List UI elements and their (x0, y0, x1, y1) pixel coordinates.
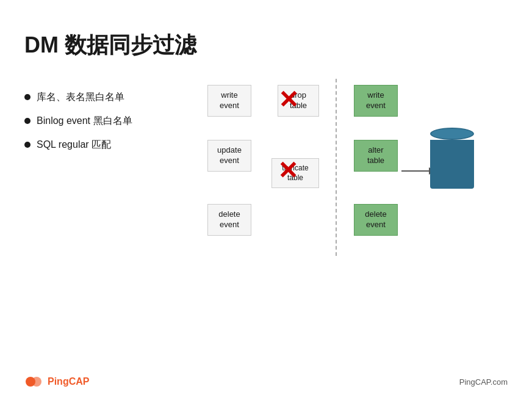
content-area: 库名、表名黑白名单 Binlog event 黑白名单 SQL regular … (24, 79, 508, 375)
bullet-text-2: Binlog event 黑白名单 (37, 115, 132, 128)
footer-url: PingCAP.com (459, 377, 508, 387)
right-panel: writeevent updateevent deleteevent dropt… (207, 79, 508, 375)
bullet-text-3: SQL regular 匹配 (37, 139, 111, 151)
slide: DM 数据同步过滤 库名、表名黑白名单 Binlog event 黑白名单 SQ… (0, 0, 532, 400)
red-x-truncate: ✕ (278, 158, 298, 183)
tidb-cylinder: TiDB (430, 128, 474, 211)
tidb-label: TiDB (430, 201, 474, 211)
bullet-list: 库名、表名黑白名单 Binlog event 黑白名单 SQL regular … (24, 91, 207, 151)
write-event-left-box: writeevent (207, 85, 251, 117)
delete-event-right-box: deleteevent (354, 204, 398, 236)
bullet-dot-3 (24, 142, 31, 148)
left-panel: 库名、表名黑白名单 Binlog event 黑白名单 SQL regular … (24, 79, 207, 375)
slide-title: DM 数据同步过滤 (24, 31, 508, 60)
delete-event-left-box: deleteevent (207, 204, 251, 236)
diagram: writeevent updateevent deleteevent dropt… (207, 79, 508, 375)
bullet-dot-2 (24, 118, 31, 124)
arrow-line (401, 170, 429, 172)
pingcap-logo-icon (24, 373, 43, 391)
logo-area: PingCAP (24, 373, 89, 391)
svg-point-1 (32, 377, 41, 387)
cylinder-top (430, 128, 474, 140)
update-event-box: updateevent (207, 140, 251, 172)
bullet-item-1: 库名、表名黑白名单 (24, 91, 207, 104)
write-event-right-box: writeevent (354, 85, 398, 117)
bullet-item-2: Binlog event 黑白名单 (24, 115, 207, 128)
bullet-text-1: 库名、表名黑白名单 (37, 91, 124, 104)
bullet-item-3: SQL regular 匹配 (24, 139, 207, 151)
footer: PingCAP PingCAP.com (24, 373, 508, 391)
cylinder-body (430, 140, 474, 189)
dashed-divider (336, 79, 337, 256)
red-x-drop: ✕ (278, 87, 299, 112)
logo-text: PingCAP (48, 376, 89, 387)
alter-table-box: altertable (354, 140, 398, 172)
bullet-dot-1 (24, 94, 31, 100)
